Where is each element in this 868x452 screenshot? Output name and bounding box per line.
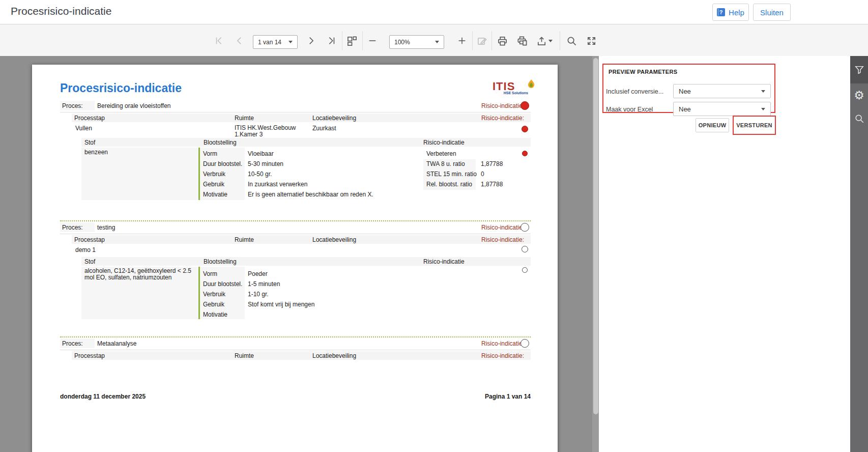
substance-risk-indicator: [522, 151, 528, 156]
funnel-icon: [854, 65, 864, 75]
value-gebruik: Stof komt vrij bij mengen: [248, 301, 314, 308]
search-tab[interactable]: [850, 107, 868, 130]
col-locatiebeveiling: Locatiebeveiling: [312, 236, 356, 243]
process-risk-indicator: [520, 101, 529, 110]
report-viewer-app: Procesrisico-indicatie ? Help Sluiten 1 …: [0, 0, 868, 452]
process-separator: [60, 220, 531, 221]
toolbar-separator: [560, 31, 560, 50]
col-processtap: Processtap: [74, 352, 105, 359]
zoom-in-icon[interactable]: [456, 35, 468, 46]
zoom-out-icon[interactable]: [367, 35, 378, 46]
label-motivatie: Motivatie: [203, 311, 227, 318]
col-ruimte: Ruimte: [235, 115, 254, 122]
gear-icon: ⚙: [854, 90, 864, 101]
step-name: Vullen: [75, 125, 92, 132]
report-page: Procesrisico-indicatie ITIS HSE Solution…: [32, 65, 558, 452]
edit-report-icon[interactable]: [476, 35, 487, 46]
step-risk-indicator: [522, 126, 528, 132]
next-page-icon[interactable]: [305, 35, 316, 46]
process-risk-indicator: [520, 223, 529, 232]
fullscreen-icon[interactable]: [586, 35, 597, 46]
param-value-excel: Nee: [679, 105, 691, 113]
divider: [60, 350, 531, 350]
versturen-button[interactable]: VERSTUREN: [733, 116, 776, 135]
col-blootstelling: Blootstelling: [204, 258, 237, 265]
step-risk-indicator: [522, 246, 528, 252]
report-footer-date: donderdag 11 december 2025: [60, 393, 146, 400]
print-page-icon[interactable]: [516, 35, 528, 46]
first-page-icon[interactable]: [214, 35, 225, 46]
label-vorm: Vorm: [203, 150, 217, 157]
vertical-scrollbar: [592, 56, 599, 452]
chevron-down-icon: [548, 40, 553, 42]
proces-name: testing: [97, 224, 115, 231]
help-button[interactable]: ? Help: [712, 4, 749, 21]
itis-logo: ITIS HSE Solutions: [493, 80, 532, 97]
parameters-filter-tab[interactable]: [850, 56, 868, 83]
value-stel: 0: [481, 171, 484, 178]
col-risico-indicatie: Risico-indicatie:: [481, 236, 524, 243]
col-risico-indicatie-plain: Risico-indicatie: [423, 139, 465, 146]
previous-page-icon[interactable]: [234, 35, 245, 46]
col-processtap: Processtap: [74, 236, 105, 243]
magnifier-icon: [854, 114, 864, 124]
page-number-dropdown[interactable]: 1 van 14: [253, 35, 298, 49]
settings-tab[interactable]: ⚙: [850, 83, 868, 107]
col-risico-indicatie-plain: Risico-indicatie: [423, 258, 465, 265]
substance-name: benzeen: [84, 149, 195, 156]
document-area: Procesrisico-indicatie ITIS HSE Solution…: [0, 56, 599, 452]
label-duur: Duur blootstel.: [203, 280, 242, 288]
risk-indication-label: Risico-indicatie:: [481, 340, 524, 347]
label-gebruik: Gebruik: [203, 181, 224, 188]
label-verbruik: Verbruik: [203, 291, 225, 298]
export-icon[interactable]: [536, 35, 553, 46]
risk-indication-label: Risico-indicatie:: [481, 224, 524, 231]
print-icon[interactable]: [497, 35, 508, 46]
value-rel: 1,87788: [481, 181, 503, 188]
chevron-down-icon: [435, 41, 439, 43]
step-header-band: [72, 351, 531, 360]
value-verbruik: 10-50 gr.: [248, 171, 272, 178]
step-header-band: [72, 114, 531, 122]
col-stof: Stof: [84, 258, 95, 265]
toolbar-separator: [491, 31, 492, 50]
proces-label: Proces:: [62, 102, 83, 109]
toolbar-separator: [472, 31, 473, 50]
param-label-conversie: Inclusief conversie...: [606, 88, 663, 95]
col-risico-indicatie: Risico-indicatie:: [481, 352, 524, 359]
value-vorm: Vloeibaar: [248, 150, 274, 157]
help-button-label: Help: [729, 8, 744, 17]
last-page-icon[interactable]: [326, 35, 337, 46]
side-rail: ⚙: [850, 56, 868, 452]
proces-name: Bereiding orale vloeistoffen: [97, 102, 171, 109]
risk-indication-label: Risico-indicatie:: [481, 102, 524, 109]
divider: [60, 234, 531, 234]
chevron-down-icon: [288, 41, 293, 43]
param-dropdown-conversie[interactable]: Nee: [673, 84, 771, 98]
substance-name: alcoholen, C12-14, geëthoxyleerd < 2.5 m…: [84, 268, 195, 281]
value-duur: 5-30 minuten: [248, 160, 283, 167]
page-title: Procesrisico-indicatie: [11, 5, 111, 17]
preview-parameters-title: PREVIEW PARAMETERS: [609, 69, 677, 75]
label-motivatie: Motivatie: [203, 191, 227, 198]
search-icon[interactable]: [566, 35, 577, 46]
zoom-level-value: 100%: [394, 39, 410, 46]
close-button[interactable]: Sluiten: [753, 4, 791, 21]
label-stel: STEL 15 min. ratio: [426, 171, 477, 178]
opnieuw-button[interactable]: OPNIEUW: [696, 118, 729, 132]
titlebar: Procesrisico-indicatie ? Help Sluiten: [0, 0, 868, 24]
proces-name: Metaalanalyse: [97, 340, 136, 347]
col-processtap: Processtap: [74, 115, 105, 122]
col-ruimte: Ruimte: [235, 236, 254, 243]
param-dropdown-excel[interactable]: Nee: [673, 102, 771, 116]
value-gebruik: In zuurkast verwerken: [248, 181, 307, 188]
label-vorm: Vorm: [203, 270, 217, 277]
opnieuw-button-label: OPNIEUW: [699, 122, 727, 128]
toolbar-separator: [362, 31, 363, 50]
view-mode-icon[interactable]: [346, 35, 357, 46]
zoom-level-dropdown[interactable]: 100%: [389, 35, 444, 49]
col-blootstelling: Blootstelling: [204, 139, 237, 146]
step-name: demo 1: [75, 246, 96, 253]
step-header-band: [72, 235, 531, 244]
vertical-scrollbar-thumb[interactable]: [593, 58, 598, 414]
